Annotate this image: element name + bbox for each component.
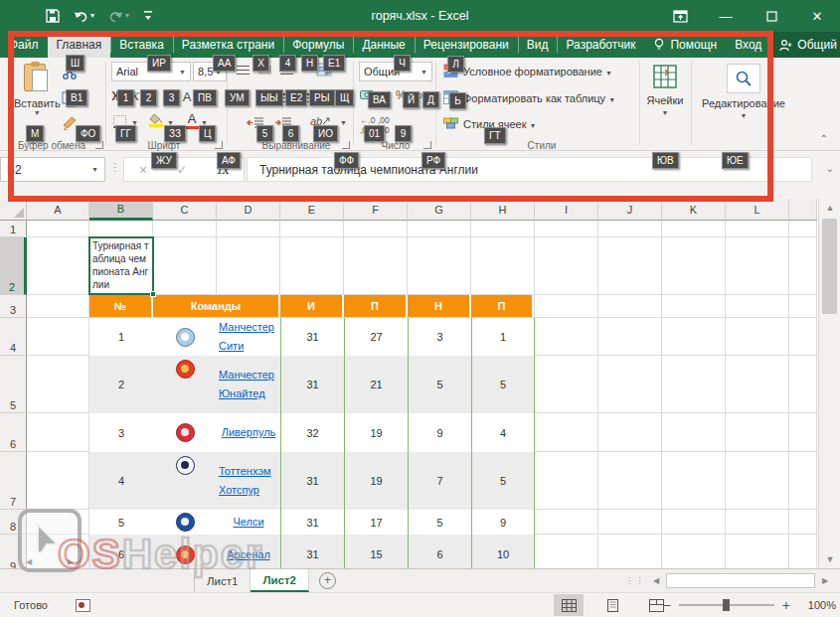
stat-cell[interactable]: 31 [280,535,344,568]
team-badge-cell[interactable] [153,452,217,510]
paste-dropdown[interactable]: ▼ [34,109,41,116]
row-header-3[interactable]: 3 [0,295,27,318]
collapse-ribbon-button[interactable]: ⌃ [820,133,828,144]
table-header-draws[interactable]: Н [408,295,471,317]
team-name-cell[interactable]: Манчестер Сити [217,318,280,356]
cells-button[interactable]: Ячейки ▼ [644,64,686,116]
conditional-formatting-button[interactable]: Условное форматирование ▼ [463,66,612,77]
clipboard-dialog-launcher[interactable] [95,141,103,149]
name-box[interactable]: B2▼ [0,157,105,182]
stat-cell[interactable]: 17 [344,510,408,535]
team-badge-cell[interactable] [153,535,217,568]
sheet-tab-лист2[interactable]: Лист2 [251,569,309,592]
stat-cell[interactable]: 1 [471,318,535,356]
team-link[interactable]: Ливерпуль [220,423,278,442]
column-header-B[interactable]: B [89,199,153,221]
table-header-wins[interactable]: П [344,295,408,317]
select-all-corner[interactable] [0,199,27,221]
horizontal-scrollbar[interactable] [666,573,815,588]
team-name-cell[interactable]: Манчестер Юнайтед [217,356,280,413]
row-header-4[interactable]: 4 [0,318,27,356]
team-link[interactable]: Арсенал [225,545,272,564]
column-header-K[interactable]: K [662,199,726,221]
stat-cell[interactable]: 9 [408,413,471,452]
team-badge-cell[interactable] [153,318,217,356]
vertical-scroll-thumb[interactable] [822,219,837,314]
stat-cell[interactable]: 31 [280,510,344,535]
stat-cell[interactable]: 31 [280,452,344,510]
stat-cell[interactable]: 7 [408,452,471,510]
font-color-button[interactable]: А [185,111,199,129]
column-header-D[interactable]: D [217,199,280,221]
redo-button[interactable]: ▾ [108,10,129,23]
team-badge-cell[interactable] [153,356,217,413]
team-badge-cell[interactable] [153,413,217,452]
page-layout-view-button[interactable] [597,594,627,616]
stat-cell[interactable]: 3 [408,318,471,356]
align-top-icon[interactable] [237,66,250,75]
tab-файл[interactable]: Файл [0,32,48,58]
team-link[interactable]: Тоттенхэм Хотспур [217,462,280,500]
stat-cell[interactable]: 31 [280,356,344,413]
row-header-9[interactable]: 9 [0,535,27,568]
cells-dropdown[interactable]: ▼ [662,109,669,116]
add-sheet-button[interactable]: + [319,572,336,589]
tab-разработчик[interactable]: Разработчик [557,32,644,58]
table-header-losses[interactable]: П [471,295,534,317]
team-name-cell[interactable]: Арсенал [217,535,280,568]
table-header-teams[interactable]: Команды [153,295,280,317]
sheet-tab-лист1[interactable]: Лист1 [195,569,251,592]
increase-decimal-icon[interactable]: ←.0 ,00 [360,115,390,125]
team-rank-cell[interactable]: 2 [89,356,153,413]
team-rank-cell[interactable]: 6 [89,535,153,568]
format-as-table-button[interactable]: Форматировать как таблицу ▼ [463,92,615,104]
tab-sign-in[interactable]: Вход [726,32,770,58]
team-rank-cell[interactable]: 3 [89,413,153,452]
column-header-J[interactable]: J [598,199,662,221]
column-header-E[interactable]: E [280,199,344,221]
row-header-7[interactable]: 7 [0,452,27,510]
save-button[interactable] [46,9,60,23]
selected-cell-b2[interactable]: Турнирная таблица чемпионата Англии [88,236,154,295]
team-link[interactable]: Манчестер Юнайтед [217,366,280,403]
column-header-A[interactable]: A [27,199,89,221]
stat-cell[interactable]: 19 [344,413,408,452]
team-link[interactable]: Челси [231,513,265,532]
stat-cell[interactable]: 5 [471,452,535,510]
stat-cell[interactable]: 9 [471,510,535,535]
column-header-H[interactable]: H [471,199,535,221]
stat-cell[interactable]: 19 [344,452,408,510]
team-name-cell[interactable]: Тоттенхэм Хотспур [217,452,280,510]
redo-dropdown[interactable]: ▾ [125,12,129,20]
team-badge-cell[interactable] [153,510,217,535]
stat-cell[interactable]: 5 [471,356,535,413]
font-dialog-launcher[interactable] [215,141,223,149]
team-rank-cell[interactable]: 1 [89,318,153,356]
tabbar-splitter[interactable]: ⋮⋮ [625,575,645,585]
zoom-in-button[interactable]: + [782,597,790,613]
row-header-8[interactable]: 8 [0,510,27,535]
stat-cell[interactable]: 6 [408,535,471,568]
row-header-1[interactable]: 1 [0,221,27,237]
tab-вид[interactable]: Вид [518,32,558,58]
team-name-cell[interactable]: Челси [217,510,280,535]
macro-record-icon[interactable] [76,599,90,612]
column-header-L[interactable]: L [726,199,789,221]
vertical-scrollbar[interactable]: ▲ ▼ [818,199,840,568]
column-header-F[interactable]: F [344,199,408,221]
fill-handle[interactable] [150,291,156,297]
team-rank-cell[interactable]: 4 [89,452,153,510]
stat-cell[interactable]: 32 [280,413,344,452]
undo-dropdown[interactable]: ▾ [90,12,94,20]
zoom-level[interactable]: 100% [798,599,836,611]
table-header-num[interactable]: № [89,295,153,317]
row-header-5[interactable]: 5 [0,356,27,413]
team-rank-cell[interactable]: 5 [89,510,153,535]
paste-button[interactable]: Вставить ▼ [14,62,61,116]
cells-area[interactable]: №КомандыИПНП1Манчестер Сити3127312Манчес… [27,221,840,568]
team-name-cell[interactable]: Ливерпуль [217,413,280,452]
team-link[interactable]: Манчестер Сити [217,318,280,356]
sheet-nav-area[interactable] [0,569,195,592]
normal-view-button[interactable] [554,594,584,616]
undo-button[interactable]: ▾ [74,10,94,23]
